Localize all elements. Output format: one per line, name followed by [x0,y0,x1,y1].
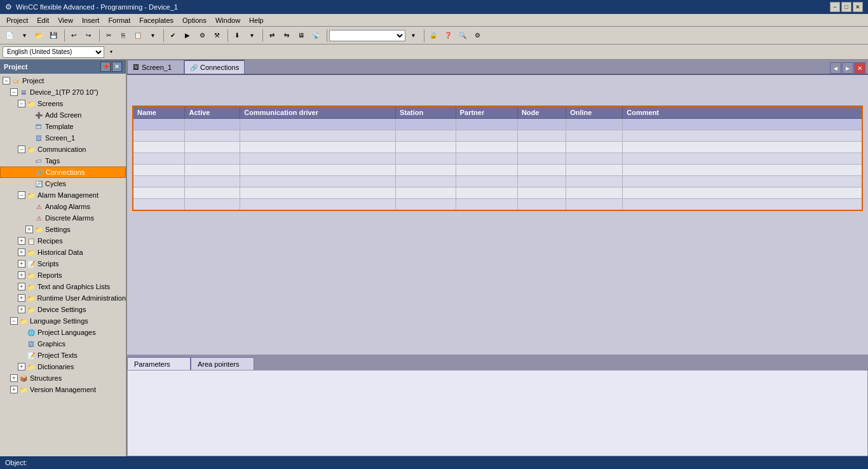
table-cell[interactable] [517,176,566,187]
table-cell[interactable] [185,187,240,199]
table-cell[interactable] [240,142,396,153]
table-row[interactable] [133,187,862,199]
tab-close[interactable]: ✕ [854,62,865,74]
tree-item-device-settings[interactable]: + 📁 Device Settings [0,304,126,315]
table-cell[interactable] [395,199,456,210]
table-row[interactable] [133,142,862,153]
expand-lang-settings[interactable]: − [10,317,18,325]
tree-item-version-mgmt[interactable]: + 📁 Version Management [0,384,126,395]
table-cell[interactable] [133,165,185,176]
table-cell[interactable] [456,176,517,187]
tool-a[interactable]: 🔒 [426,29,440,43]
table-cell[interactable] [185,130,240,142]
tab-nav-right[interactable]: ► [842,62,853,74]
table-cell[interactable] [395,130,456,142]
table-cell[interactable] [240,187,396,199]
language-select[interactable]: English (United States) [3,46,104,58]
tool-c[interactable]: 🔍 [456,29,470,43]
cut-button[interactable]: ✂ [102,29,116,43]
table-cell[interactable] [566,165,623,176]
table-cell[interactable] [456,153,517,165]
expand-device-settings[interactable]: + [18,306,25,313]
tree-item-communication[interactable]: − 📁 Communication [0,144,126,155]
transfer-button[interactable]: ⇄ [265,29,279,43]
table-cell[interactable] [395,176,456,187]
monitor2-button[interactable]: 📡 [309,29,323,43]
paste-button[interactable]: 📋 [131,29,145,43]
expand-version[interactable]: + [10,386,18,393]
compile-button[interactable]: ▶ [180,29,194,43]
zoom-dropdown[interactable]: ▾ [406,29,420,43]
tree-item-reports[interactable]: + 📁 Reports [0,269,126,281]
tree-item-alarm-mgmt[interactable]: − 📁 Alarm Management [0,189,126,201]
table-cell[interactable] [395,187,456,199]
expand-dicts[interactable]: + [18,363,25,370]
table-cell[interactable] [456,119,517,130]
menu-faceplates[interactable]: Faceplates [135,15,177,25]
menu-help[interactable]: Help [245,15,268,25]
tree-item-device1[interactable]: − 🖥 Device_1(TP 270 10") [0,86,126,98]
undo-button[interactable]: ↩ [67,29,81,43]
settings-button[interactable]: ⚙ [195,29,209,43]
table-cell[interactable] [517,130,566,142]
tree-item-project-texts[interactable]: 📝 Project Texts [0,350,126,361]
table-cell[interactable] [395,153,456,165]
table-cell[interactable] [185,176,240,187]
expand-device1[interactable]: − [10,88,18,96]
expand-scripts[interactable]: + [18,260,25,268]
table-cell[interactable] [623,142,862,153]
expand-communication[interactable]: − [18,146,25,153]
table-cell[interactable] [240,199,396,210]
lang-dropdown[interactable]: ▾ [107,46,116,58]
menu-view[interactable]: View [54,15,77,25]
transfer2-button[interactable]: ⇆ [280,29,294,43]
table-cell[interactable] [566,153,623,165]
table-cell[interactable] [133,130,185,142]
table-cell[interactable] [240,130,396,142]
menu-insert[interactable]: Insert [78,15,104,25]
tree-item-screens[interactable]: − 📁 Screens [0,98,126,109]
tree-item-graphics[interactable]: 🖼 Graphics [0,338,126,350]
maximize-button[interactable]: □ [841,2,851,12]
minimize-button[interactable]: − [830,2,840,12]
table-row[interactable] [133,165,862,176]
table-cell[interactable] [566,142,623,153]
table-cell[interactable] [566,119,623,130]
table-cell[interactable] [566,199,623,210]
table-cell[interactable] [623,130,862,142]
table-cell[interactable] [623,165,862,176]
menu-window[interactable]: Window [212,15,244,25]
table-cell[interactable] [185,153,240,165]
table-cell[interactable] [185,142,240,153]
tab-screen1[interactable]: 🖼 Screen_1 [127,60,184,74]
table-cell[interactable] [566,176,623,187]
table-cell[interactable] [240,153,396,165]
menu-edit[interactable]: Edit [33,15,53,25]
table-cell[interactable] [456,130,517,142]
paste-dropdown[interactable]: ▾ [146,29,159,43]
table-cell[interactable] [133,142,185,153]
zoom-combo[interactable] [329,30,405,41]
table-cell[interactable] [240,176,396,187]
new-dropdown[interactable]: ▾ [17,29,31,43]
tree-item-project[interactable]: − 🗂 Project [0,75,126,86]
expand-historical[interactable]: + [18,248,25,256]
expand-recipes[interactable]: + [18,237,25,245]
table-cell[interactable] [133,119,185,130]
copy-button[interactable]: ⎘ [116,29,130,43]
table-cell[interactable] [185,165,240,176]
tree-item-dictionaries[interactable]: + 📁 Dictionaries [0,361,126,372]
table-cell[interactable] [456,187,517,199]
table-cell[interactable] [517,142,566,153]
table-cell[interactable] [395,119,456,130]
table-cell[interactable] [133,153,185,165]
table-cell[interactable] [456,165,517,176]
expand-runtime[interactable]: + [18,294,25,302]
table-cell[interactable] [240,165,396,176]
table-cell[interactable] [566,187,623,199]
table-cell[interactable] [623,119,862,130]
tree-item-recipes[interactable]: + 📋 Recipes [0,235,126,247]
table-cell[interactable] [133,176,185,187]
tree-item-template[interactable]: 🗔 Template [0,121,126,132]
download-dropdown[interactable]: ▾ [245,29,259,43]
